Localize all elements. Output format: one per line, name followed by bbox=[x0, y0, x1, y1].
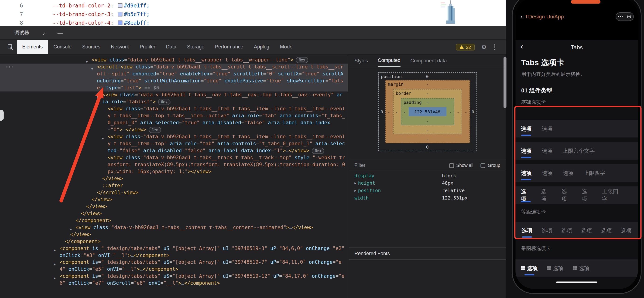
tab-item[interactable]: 选项 bbox=[542, 142, 552, 160]
tab-item[interactable]: 选项 bbox=[521, 186, 531, 204]
box-model-padding[interactable]: padding - - - - 122.531×48 bbox=[401, 98, 454, 125]
navbar-back-icon[interactable]: ‹ bbox=[520, 13, 522, 20]
tab-item[interactable]: 选项 bbox=[521, 142, 532, 160]
group-checkbox[interactable] bbox=[481, 163, 485, 168]
tree-row[interactable]: </view> bbox=[0, 203, 348, 210]
tab-item[interactable]: 上限六个文字 bbox=[563, 142, 594, 160]
tab-item[interactable]: 选项 bbox=[581, 222, 592, 239]
expand-icon[interactable]: ▶ bbox=[102, 135, 104, 142]
tree-row[interactable]: ▶<component is="_tdesign/tabs/tabs" uS="… bbox=[0, 273, 348, 287]
tab-item[interactable]: 选项 bbox=[522, 222, 532, 239]
devtools-tab-console[interactable]: Console bbox=[48, 40, 77, 54]
tree-row[interactable]: </view> bbox=[0, 231, 348, 238]
editor-minimap[interactable] bbox=[440, 0, 461, 24]
tab-item[interactable]: 选项 bbox=[561, 222, 572, 239]
tab-item[interactable]: 上限四字 bbox=[584, 164, 605, 182]
devtools-tab-mock[interactable]: Mock bbox=[275, 40, 297, 54]
box-model-content[interactable]: 122.531×48 bbox=[408, 107, 446, 116]
capsule-home-icon[interactable] bbox=[625, 15, 633, 18]
flex-badge[interactable]: flex bbox=[296, 57, 308, 63]
warning-badge[interactable]: 22 bbox=[456, 44, 474, 50]
home-indicator[interactable] bbox=[556, 282, 597, 283]
flex-badge[interactable]: flex bbox=[149, 127, 161, 133]
computed-property-row[interactable]: ▶positionrelative bbox=[349, 187, 506, 194]
tab-item[interactable]: 选项 bbox=[542, 120, 552, 138]
tree-row[interactable]: <view class="data-v-bb926ad1 t-tabs__ite… bbox=[0, 105, 348, 133]
devtools-tab-data[interactable]: Data bbox=[160, 40, 182, 54]
collapse-icon[interactable]: ▼ bbox=[96, 93, 98, 100]
devtools-tab-elements[interactable]: Elements bbox=[17, 40, 48, 54]
devtools-tab-applog[interactable]: Applog bbox=[248, 40, 275, 54]
expand-icon[interactable]: ▶ bbox=[54, 275, 56, 282]
tree-row[interactable]: ▶<component is="_tdesign/tabs/tabs" uS="… bbox=[0, 245, 348, 259]
code-text[interactable]: --td-brand-color-3: #b5c7ff; bbox=[53, 10, 506, 18]
color-swatch[interactable] bbox=[118, 3, 122, 8]
tree-row[interactable]: ▶<view class="data-v-bb926ad1 t-tabs__co… bbox=[0, 224, 348, 231]
box-model-margin[interactable]: margin - - - - border - - - - padding bbox=[385, 80, 470, 143]
more-options-icon[interactable] bbox=[494, 44, 495, 50]
tab-item[interactable]: 选项 bbox=[546, 259, 564, 277]
capsule-menu[interactable] bbox=[616, 12, 634, 21]
side-panel-handle[interactable] bbox=[0, 110, 4, 121]
tab-item[interactable]: 选项 bbox=[572, 259, 589, 277]
tree-row[interactable]: <view class="data-v-bb926ad1 t-tabs__tra… bbox=[0, 154, 348, 175]
tree-row[interactable]: ▶<view class="data-v-bb926ad1 t-tabs__it… bbox=[0, 133, 348, 154]
pane-tab-component-data[interactable]: Component data bbox=[410, 54, 447, 67]
flex-badge[interactable]: flex bbox=[158, 99, 170, 105]
expand-icon[interactable]: ▶ bbox=[54, 261, 56, 268]
devtools-tab-sources[interactable]: Sources bbox=[77, 40, 106, 54]
show-all-checkbox[interactable] bbox=[449, 163, 454, 168]
tab-item[interactable]: 选项 bbox=[521, 259, 538, 277]
tab-item[interactable]: 选项 bbox=[621, 222, 632, 239]
tree-row[interactable]: ▶<component is="_tdesign/tabs/tabs" uS="… bbox=[0, 259, 348, 273]
tab-item[interactable]: 选项 bbox=[601, 222, 612, 239]
expand-window-icon[interactable]: ↔ bbox=[41, 30, 46, 36]
tab-item[interactable]: 选项 bbox=[521, 120, 532, 138]
tab-item[interactable]: 选项 bbox=[542, 164, 552, 182]
code-text[interactable]: --td-brand-color-4: #8eabff; bbox=[53, 18, 506, 26]
tree-row[interactable]: ::after bbox=[0, 182, 348, 189]
tab-item[interactable]: 选项 bbox=[541, 186, 551, 204]
tree-row[interactable]: </view> bbox=[0, 196, 348, 203]
pane-tab-computed[interactable]: Computed bbox=[378, 54, 400, 67]
inspect-element-icon[interactable] bbox=[8, 44, 14, 50]
devtools-tab-profiler[interactable]: Profiler bbox=[134, 40, 161, 54]
computed-property-row[interactable]: width122.531px bbox=[349, 194, 506, 202]
tab-item[interactable]: 选项 bbox=[563, 164, 574, 182]
code-editor[interactable]: 6--td-brand-color-2: #d9e1ff;7--td-brand… bbox=[0, 0, 506, 26]
tab-item[interactable]: 上限四字 bbox=[602, 186, 622, 204]
tab-item[interactable]: 选项 bbox=[582, 186, 592, 204]
tab-item[interactable]: 选项 bbox=[521, 164, 532, 182]
expand-property-icon[interactable]: ▶ bbox=[354, 181, 356, 185]
tree-row[interactable]: </scroll-view> bbox=[0, 189, 348, 196]
tree-row[interactable]: </component> bbox=[0, 238, 348, 245]
devtools-tab-performance[interactable]: Performance bbox=[210, 40, 248, 54]
expand-property-icon[interactable]: ▶ bbox=[354, 189, 356, 193]
row-menu-icon[interactable]: ••• bbox=[6, 64, 14, 71]
rendered-fonts-header[interactable]: Rendered Fonts bbox=[349, 248, 506, 260]
minimize-window-icon[interactable]: — bbox=[58, 30, 63, 36]
code-text[interactable]: --td-brand-color-2: #d9e1ff; bbox=[53, 1, 506, 10]
settings-gear-icon[interactable]: ⚙ bbox=[481, 43, 487, 51]
devtools-tab-storage[interactable]: Storage bbox=[182, 40, 210, 54]
tree-row[interactable]: </view> bbox=[0, 175, 348, 182]
computed-property-row[interactable]: ▶height48px bbox=[349, 179, 506, 187]
flex-badge[interactable]: flex bbox=[312, 148, 324, 154]
color-swatch[interactable] bbox=[118, 20, 122, 25]
tree-row[interactable]: </component> bbox=[0, 217, 348, 224]
expand-icon[interactable]: ▶ bbox=[54, 247, 56, 254]
tree-row[interactable]: ▼<view class="data-v-bb926ad1 t-tabs__na… bbox=[0, 91, 348, 105]
box-model-border[interactable]: border - - - - padding - - - - 12 bbox=[393, 89, 462, 134]
filter-input[interactable]: Filter bbox=[354, 163, 442, 168]
page-back-icon[interactable]: ‹ bbox=[520, 41, 523, 51]
tree-row[interactable]: ▼<view class="data-v-bb926ad1 t-tabs__wr… bbox=[0, 56, 348, 63]
tab-item[interactable]: 选项 bbox=[542, 222, 552, 239]
show-all-option[interactable]: Show all bbox=[449, 163, 473, 168]
devtools-tab-network[interactable]: Network bbox=[106, 40, 134, 54]
tree-row[interactable]: </view> bbox=[0, 210, 348, 217]
box-model-position[interactable]: position 0 0 0 0 margin - - - - border - bbox=[378, 72, 477, 151]
computed-property-row[interactable]: displayblock bbox=[349, 172, 506, 180]
capsule-more-icon[interactable] bbox=[616, 16, 624, 17]
tab-item[interactable]: 选项 bbox=[562, 186, 572, 204]
collapse-icon[interactable]: ▼ bbox=[91, 65, 93, 72]
